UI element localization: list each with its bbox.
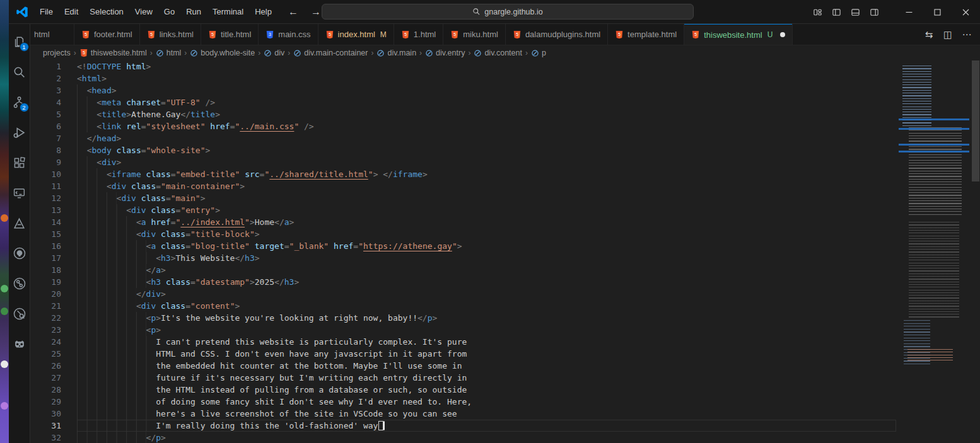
line-number[interactable]: 27 [30, 372, 61, 384]
line-number[interactable]: 8 [30, 144, 61, 156]
line-number[interactable]: 11 [30, 180, 61, 192]
code-line-3[interactable]: 3<head> [30, 84, 980, 96]
open-changes-icon[interactable]: ⇆ [921, 26, 937, 43]
code-line-30[interactable]: 30here's a live screenshot of the site i… [30, 408, 980, 420]
split-editor-icon[interactable]: ◫ [940, 26, 956, 43]
code-line-29[interactable]: 29of doing some fancy shit I don't see w… [30, 396, 980, 408]
line-number[interactable]: 5 [30, 108, 61, 120]
minimize-button[interactable] [895, 0, 923, 24]
toggle-primary-sidebar-icon[interactable] [827, 0, 846, 24]
line-number[interactable]: 4 [30, 96, 61, 108]
code-line-9[interactable]: 9<div> [30, 156, 980, 168]
line-number[interactable]: 29 [30, 396, 61, 408]
line-number[interactable]: 15 [30, 228, 61, 240]
code-line-8[interactable]: 8<body class="whole-site"> [30, 144, 980, 156]
source-control-icon[interactable]: 2 [9, 87, 30, 117]
extension-a-icon[interactable] [9, 208, 30, 238]
code-line-2[interactable]: 2<html> [30, 72, 980, 84]
code-line-14[interactable]: 14<a href="../index.html">Home</a> [30, 216, 980, 228]
line-number[interactable]: 12 [30, 192, 61, 204]
breadcrumb-item-div.main[interactable]: div.main [376, 49, 416, 57]
close-button[interactable] [952, 0, 980, 24]
code-editor[interactable]: 1<!DOCTYPE html>2<html>3<head>4<meta cha… [30, 60, 980, 443]
customize-layout-icon[interactable] [808, 0, 827, 24]
menu-file[interactable]: File [34, 4, 59, 19]
code-line-12[interactable]: 12<div class="main"> [30, 192, 980, 204]
code-line-21[interactable]: 21<div class="content"> [30, 300, 980, 312]
code-line-32[interactable]: 32</p> [30, 432, 980, 443]
minimap[interactable] [899, 60, 969, 413]
line-number[interactable]: 19 [30, 276, 61, 288]
run-debug-icon[interactable] [9, 117, 30, 147]
breadcrumb-item-html[interactable]: html [156, 49, 182, 57]
editor-scrollbar[interactable] [971, 60, 980, 443]
code-line-13[interactable]: 13<div class="entry"> [30, 204, 980, 216]
code-line-20[interactable]: 20</div> [30, 288, 980, 300]
godot-icon[interactable] [9, 329, 30, 359]
line-number[interactable]: 3 [30, 84, 61, 96]
menu-view[interactable]: View [129, 4, 158, 19]
line-number[interactable]: 14 [30, 216, 61, 228]
github-icon[interactable] [9, 238, 30, 268]
menu-edit[interactable]: Edit [59, 4, 84, 19]
code-line-27[interactable]: 27future if it's necessary but I'm writi… [30, 372, 980, 384]
code-line-18[interactable]: 18</a> [30, 264, 980, 276]
tab-thiswebsite.html[interactable]: 5thiswebsite.htmlU [684, 24, 793, 45]
line-number[interactable]: 31 [30, 420, 61, 432]
menu-help[interactable]: Help [249, 4, 277, 19]
tab-title.html[interactable]: 5title.html [201, 24, 259, 45]
tab-links.html[interactable]: 5links.html [140, 24, 201, 45]
line-number[interactable]: 30 [30, 408, 61, 420]
code-line-17[interactable]: 17<h3>This Website</h3> [30, 252, 980, 264]
toggle-panel-icon[interactable] [846, 0, 865, 24]
line-number[interactable]: 21 [30, 300, 61, 312]
line-number[interactable]: 10 [30, 168, 61, 180]
search-icon[interactable] [9, 57, 30, 87]
line-number[interactable]: 26 [30, 360, 61, 372]
breadcrumb-item-p[interactable]: p [531, 49, 546, 57]
menu-terminal[interactable]: Terminal [207, 4, 249, 19]
line-number[interactable]: 28 [30, 384, 61, 396]
code-line-4[interactable]: 4<meta charset="UTF-8" /> [30, 96, 980, 108]
command-center-search[interactable]: gnargle.github.io [322, 4, 694, 20]
breadcrumb-item-body.whole-site[interactable]: body.whole-site [190, 49, 255, 57]
line-number[interactable]: 32 [30, 432, 61, 443]
code-line-26[interactable]: 26the embedded hit counter at the bottom… [30, 360, 980, 372]
line-number[interactable]: 22 [30, 312, 61, 324]
remote-explorer-icon[interactable] [9, 178, 30, 208]
code-line-24[interactable]: 24I can't pretend this website is partic… [30, 336, 980, 348]
breadcrumb-item-div.main-container[interactable]: div.main-container [293, 49, 368, 57]
code-line-5[interactable]: 5<title>Athene.Gay</title> [30, 108, 980, 120]
code-line-23[interactable]: 23<p> [30, 324, 980, 336]
line-number[interactable]: 7 [30, 132, 61, 144]
code-line-31[interactable]: 31I'm really doing this the 'old-fashion… [30, 420, 980, 432]
nav-back-icon[interactable]: ← [286, 6, 300, 18]
breadcrumb-item-div.entry[interactable]: div.entry [425, 49, 465, 57]
code-line-10[interactable]: 10<iframe class="embed-title" src="../sh… [30, 168, 980, 180]
code-line-16[interactable]: 16<a class="blog-title" target="_blank" … [30, 240, 980, 252]
line-number[interactable]: 6 [30, 120, 61, 132]
menu-run[interactable]: Run [180, 4, 207, 19]
line-number[interactable]: 1 [30, 60, 61, 72]
code-line-25[interactable]: 25HTML and CSS. I don't even have any ja… [30, 348, 980, 360]
line-number[interactable]: 16 [30, 240, 61, 252]
unsaved-dot-icon[interactable] [780, 32, 785, 37]
nav-forward-icon[interactable]: → [309, 6, 323, 18]
menu-go[interactable]: Go [158, 4, 180, 19]
tab-1.html[interactable]: 51.html [394, 24, 443, 45]
breadcrumb-item-div[interactable]: div [264, 49, 284, 57]
more-actions-icon[interactable]: ⋯ [959, 26, 975, 43]
breadcrumb-item-thiswebsite.html[interactable]: 5thiswebsite.html [79, 49, 147, 57]
code-line-22[interactable]: 22<p>It's the website you're looking at … [30, 312, 980, 324]
tab-template.html[interactable]: 5template.html [608, 24, 684, 45]
line-number[interactable]: 25 [30, 348, 61, 360]
line-number[interactable]: 9 [30, 156, 61, 168]
code-line-1[interactable]: 1<!DOCTYPE html> [30, 60, 980, 72]
code-area[interactable]: 1<!DOCTYPE html>2<html>3<head>4<meta cha… [30, 60, 980, 443]
breadcrumb-item-projects[interactable]: projects [43, 49, 71, 57]
menu-selection[interactable]: Selection [84, 4, 129, 19]
tab-index.html[interactable]: 5index.htmlM [318, 24, 394, 45]
code-line-11[interactable]: 11<div class="main-container"> [30, 180, 980, 192]
code-line-7[interactable]: 7</head> [30, 132, 980, 144]
branch-search-icon[interactable] [9, 299, 30, 329]
